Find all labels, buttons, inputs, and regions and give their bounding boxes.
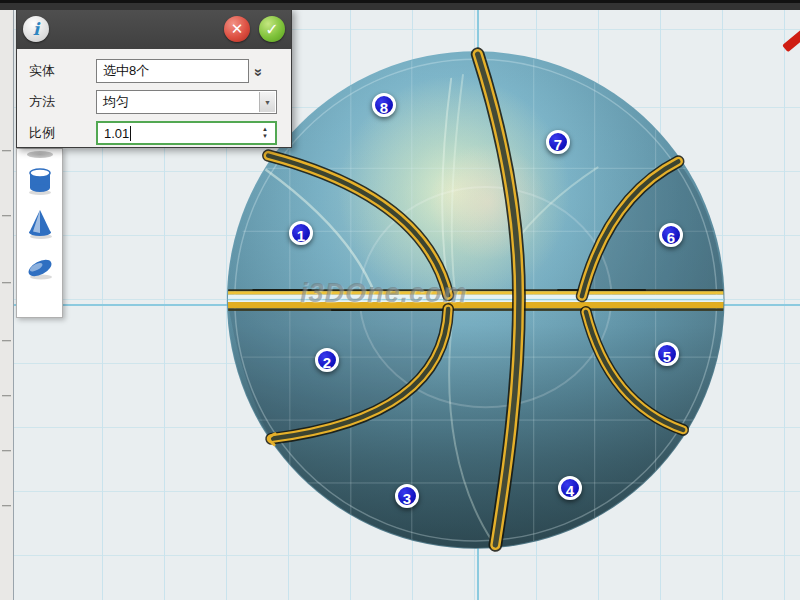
app-top-bar [0, 0, 800, 10]
spinner-down-icon[interactable]: ▼ [262, 133, 268, 140]
confirm-button[interactable]: ✓ [259, 16, 285, 42]
cancel-icon: ✕ [231, 20, 244, 38]
panel-badge-7[interactable]: 7 [546, 130, 570, 154]
sphere-icon[interactable] [27, 151, 53, 158]
cone-icon[interactable] [22, 202, 58, 246]
left-docked-strip [0, 10, 14, 600]
entity-value: 选中8个 [103, 62, 149, 80]
watermark: i3DOne.com [300, 278, 468, 309]
entity-label: 实体 [29, 62, 96, 80]
entity-row: 实体 选中8个 » [29, 59, 291, 83]
info-glyph: i [33, 19, 39, 39]
scale-row: 比例 1.01 ▲ ▼ [29, 121, 291, 145]
dropdown-arrow-button[interactable]: ▼ [259, 92, 275, 112]
panel-badge-8[interactable]: 8 [372, 93, 396, 117]
panel-badge-5[interactable]: 5 [655, 342, 679, 366]
panel-badge-3[interactable]: 3 [395, 484, 419, 508]
panel-badge-4[interactable]: 4 [558, 476, 582, 500]
check-icon: ✓ [265, 20, 278, 39]
method-value: 均匀 [103, 93, 129, 111]
double-chevron-down-icon: » [251, 68, 268, 74]
ellipsoid-icon[interactable] [22, 246, 58, 290]
spinner-up-icon[interactable]: ▲ [262, 126, 268, 133]
compass-arrow-fragment [782, 29, 800, 53]
cylinder-icon[interactable] [22, 158, 58, 202]
dialog-titlebar[interactable]: i ✕ ✓ [17, 9, 291, 49]
scale-input[interactable]: 1.01 ▲ ▼ [96, 121, 277, 145]
method-label: 方法 [29, 93, 96, 111]
scale-spinner[interactable]: ▲ ▼ [259, 123, 271, 143]
panel-badge-2[interactable]: 2 [315, 348, 339, 372]
info-icon: i [23, 16, 49, 42]
panel-badge-1[interactable]: 1 [289, 221, 313, 245]
text-caret [130, 126, 131, 141]
expand-list-button[interactable]: » [249, 60, 269, 82]
chevron-down-icon: ▼ [264, 99, 271, 106]
scale-label: 比例 [29, 124, 96, 142]
shapes-toolbar [16, 148, 63, 318]
scale-value: 1.01 [104, 126, 129, 141]
method-dropdown[interactable]: 均匀 ▼ [96, 90, 277, 114]
scale-dialog: i ✕ ✓ 实体 选中8个 » 方法 均匀 ▼ [16, 8, 292, 148]
cancel-button[interactable]: ✕ [224, 16, 250, 42]
method-row: 方法 均匀 ▼ [29, 90, 291, 114]
panel-badge-6[interactable]: 6 [659, 223, 683, 247]
entity-input[interactable]: 选中8个 [96, 59, 249, 83]
app-window: { "dialog": { "info_glyph": "i", "cancel… [0, 0, 800, 600]
